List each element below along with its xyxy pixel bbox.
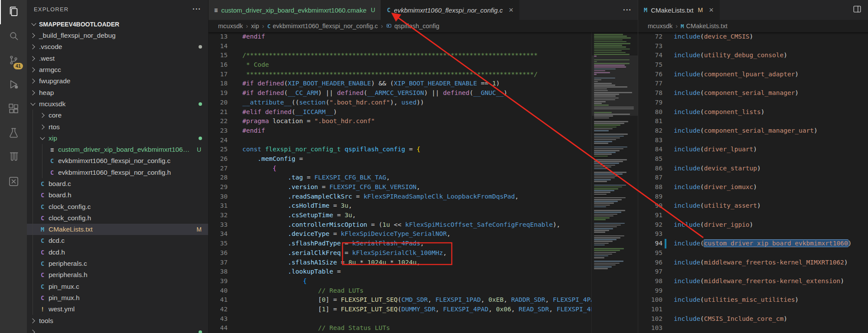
code-line[interactable]: 84include(driver_lpuart) bbox=[638, 145, 868, 154]
tree-row[interactable]: armgcc bbox=[27, 64, 208, 75]
tree-row[interactable]: heap bbox=[27, 87, 208, 98]
tree-row[interactable]: Cpin_mux.c bbox=[27, 281, 208, 292]
code-line[interactable]: 86include(device_startup) bbox=[638, 164, 868, 173]
tree-row[interactable]: .vscode bbox=[27, 41, 208, 52]
tree-row[interactable]: Cdcd.c bbox=[27, 235, 208, 246]
code-line[interactable]: 99 bbox=[638, 286, 868, 296]
minimap[interactable] bbox=[591, 32, 638, 333]
code-line[interactable]: 37 .sflashA1Size = 8u * 1024u * 1024u, bbox=[209, 258, 592, 268]
tree-row[interactable]: Cdcd.h bbox=[27, 247, 208, 258]
tree-row[interactable]: Cboard.h bbox=[27, 189, 208, 201]
editor-tab[interactable]: ≡custom_driver_xip_board_evkbmimxrt1060.… bbox=[209, 0, 381, 20]
code-line[interactable]: 34 .deviceType = kFlexSpiDeviceType_Seri… bbox=[209, 229, 592, 239]
code-line[interactable]: 13#endif bbox=[209, 32, 592, 42]
code-line[interactable]: 33 .controllerMiscOption = (1u << kFlexS… bbox=[209, 220, 592, 230]
code-line[interactable]: 90include(utility_assert) bbox=[638, 201, 868, 211]
tree-row[interactable]: Cevkbmimxrt1060_flexspi_nor_config.h bbox=[27, 167, 208, 178]
activity-item-explorer[interactable] bbox=[0, 0, 27, 24]
tree-row[interactable]: mcuxsdk bbox=[27, 98, 208, 110]
code-line[interactable]: 39 { bbox=[209, 277, 592, 286]
code-line[interactable]: 26 .memConfig = bbox=[209, 154, 592, 164]
code-line[interactable]: 32 .csSetupTime = 3u, bbox=[209, 211, 592, 220]
explorer-more-actions-button[interactable]: ··· bbox=[193, 5, 201, 13]
code-line[interactable]: 91 bbox=[638, 211, 868, 220]
breadcrumb-item[interactable]: xip bbox=[251, 23, 259, 29]
editor-tab[interactable]: Cevkbmimxrt1060_flexspi_nor_config.c× bbox=[381, 0, 519, 20]
tree-row[interactable]: _build_flexspi_nor_debug bbox=[27, 30, 208, 41]
code-line[interactable]: 41 [0] = FLEXSPI_LUT_SEQ(CMD_SDR, FLEXSP… bbox=[209, 295, 592, 305]
code-line[interactable]: 38 .lookupTable = bbox=[209, 267, 592, 277]
code-line[interactable]: 94include(custom_driver_xip_board_evkbmi… bbox=[638, 239, 868, 248]
code-line[interactable]: 74include(utility_debug_console) bbox=[638, 51, 868, 60]
workspace-section-header[interactable]: SMAPPEEV4BOOTLOADER bbox=[27, 18, 208, 30]
code-editor[interactable]: 72include(device_CMSIS)7374include(utili… bbox=[638, 32, 868, 333]
code-line[interactable]: 22#pragma location = ".boot_hdr.conf" bbox=[209, 117, 592, 126]
code-line[interactable]: 85 bbox=[638, 154, 868, 164]
close-icon[interactable]: × bbox=[709, 6, 714, 14]
editor-tab[interactable]: MCMakeLists.txtM× bbox=[638, 0, 720, 20]
breadcrumb-item[interactable]: qspiflash_config bbox=[386, 23, 439, 30]
code-line[interactable]: 72include(device_CMSIS) bbox=[638, 32, 868, 42]
code-line[interactable]: 96include(middleware_freertos-kernel_MIM… bbox=[638, 258, 868, 268]
code-line[interactable]: 73 bbox=[638, 42, 868, 51]
code-line[interactable]: 44 // Read Status LUTs bbox=[209, 323, 592, 333]
tree-row[interactable]: core bbox=[27, 110, 208, 121]
code-line[interactable]: 18#if defined(XIP_BOOT_HEADER_ENABLE) &&… bbox=[209, 79, 592, 88]
code-line[interactable]: 93 bbox=[638, 229, 868, 239]
code-line[interactable]: 30 .readSampleClkSrc = kFlexSPIReadSampl… bbox=[209, 192, 592, 202]
tree-row[interactable]: Cevkbmimxrt1060_flexspi_nor_config.c bbox=[27, 155, 208, 166]
tree-row[interactable]: Cpin_mux.h bbox=[27, 292, 208, 304]
code-line[interactable]: 76include(component_lpuart_adapter) bbox=[638, 70, 868, 79]
code-line[interactable]: 17 *************************************… bbox=[209, 70, 592, 79]
tree-row[interactable]: .west bbox=[27, 53, 208, 64]
activity-item-mcuxpresso[interactable] bbox=[0, 170, 27, 194]
code-line[interactable]: 40 // Read LUTs bbox=[209, 286, 592, 296]
code-line[interactable]: 95 bbox=[638, 248, 868, 258]
code-line[interactable]: 25const flexspi_nor_config_t qspiflash_c… bbox=[209, 145, 592, 154]
code-editor[interactable]: 13#endif1415/***************************… bbox=[209, 32, 638, 333]
tree-row[interactable]: Cboard.c bbox=[27, 178, 208, 189]
tree-row[interactable]: xip bbox=[27, 133, 208, 144]
tree-row[interactable]: rtos bbox=[27, 121, 208, 132]
tree-row[interactable]: Cclock_config.h bbox=[27, 212, 208, 224]
breadcrumb-item[interactable]: MCMakeLists.txt bbox=[681, 23, 728, 29]
activity-item-search[interactable] bbox=[0, 24, 27, 49]
activity-item-source-control[interactable]: 41 bbox=[0, 49, 27, 73]
code-line[interactable]: 101 bbox=[638, 305, 868, 314]
tree-row[interactable]: Cperipherals.c bbox=[27, 258, 208, 269]
tree-row[interactable]: fwupgrade bbox=[27, 75, 208, 87]
code-line[interactable]: 29 .version = FLEXSPI_CFG_BLK_VERSION, bbox=[209, 183, 592, 192]
code-line[interactable]: 75 bbox=[638, 60, 868, 70]
more-actions-icon[interactable]: ··· bbox=[623, 6, 632, 14]
code-line[interactable]: 14 bbox=[209, 42, 592, 51]
code-line[interactable]: 89 bbox=[638, 192, 868, 202]
code-line[interactable]: 87 bbox=[638, 173, 868, 183]
code-line[interactable]: 36 .serialClkFreq = kFlexSpiSerialClk_10… bbox=[209, 248, 592, 258]
tree-row[interactable]: Cclock_config.c bbox=[27, 201, 208, 212]
breadcrumb-item[interactable]: Cevkbmimxrt1060_flexspi_nor_config.c bbox=[267, 23, 378, 29]
code-line[interactable]: 77 bbox=[638, 79, 868, 88]
code-line[interactable]: 83 bbox=[638, 136, 868, 145]
code-line[interactable]: 35 .sflashPadType = kSerialFlash_4Pads, bbox=[209, 239, 592, 248]
activity-item-lab-tools[interactable] bbox=[0, 146, 27, 170]
code-line[interactable]: 102include(CMSIS_Include_core_cm) bbox=[638, 314, 868, 324]
breadcrumb-item[interactable]: mcuxsdk bbox=[218, 23, 243, 29]
code-line[interactable]: 82include(component_serial_manager_uart) bbox=[638, 126, 868, 136]
activity-item-testing[interactable] bbox=[0, 121, 27, 146]
code-line[interactable]: 16 * Code bbox=[209, 60, 592, 70]
code-line[interactable]: 42 [1] = FLEXSPI_LUT_SEQ(DUMMY_SDR, FLEX… bbox=[209, 305, 592, 314]
activity-item-extensions[interactable] bbox=[0, 97, 27, 121]
tree-row[interactable]: tools bbox=[27, 315, 208, 326]
code-line[interactable]: 21#elif defined(__ICCARM__) bbox=[209, 108, 592, 117]
tree-row[interactable]: ≡custom_driver_xip_board_evkbmimxrt1060.… bbox=[27, 144, 208, 155]
code-line[interactable]: 27 { bbox=[209, 164, 592, 173]
tree-row[interactable]: !west.yml bbox=[27, 304, 208, 315]
breadcrumb-item[interactable]: mcuxsdk bbox=[648, 23, 672, 29]
code-line[interactable]: 97 bbox=[638, 267, 868, 277]
code-line[interactable]: 79 bbox=[638, 98, 868, 108]
code-line[interactable]: 78include(component_serial_manager) bbox=[638, 88, 868, 98]
code-line[interactable]: 103 bbox=[638, 323, 868, 333]
code-line[interactable]: 43 bbox=[209, 314, 592, 324]
code-line[interactable]: 23#endif bbox=[209, 126, 592, 136]
tree-row[interactable]: Cperipherals.h bbox=[27, 269, 208, 281]
